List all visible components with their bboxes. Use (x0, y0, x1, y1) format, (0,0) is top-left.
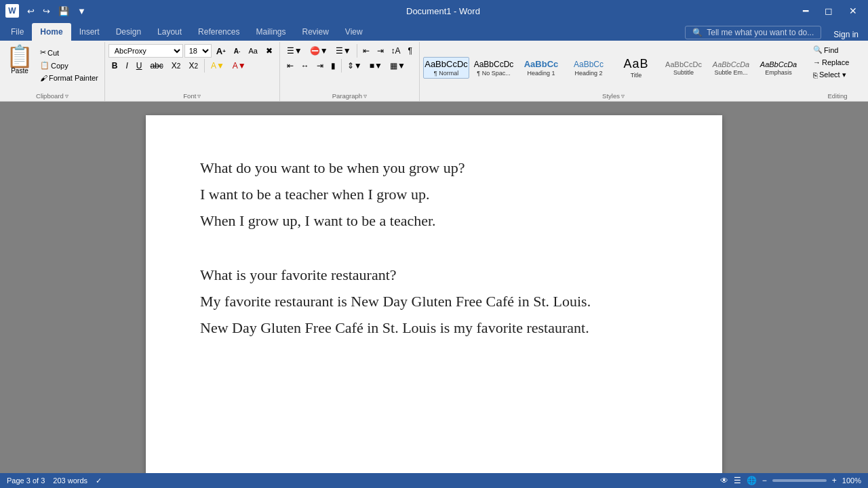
increase-indent-btn[interactable]: ⇥ (374, 44, 387, 58)
select-btn[interactable]: ⎘ Select ▾ (810, 69, 849, 81)
paste-label: Paste (11, 67, 28, 75)
superscript-btn[interactable]: X2 (185, 59, 201, 73)
style-normal[interactable]: AaBbCcDc ¶ Normal (423, 57, 469, 79)
align-right-btn[interactable]: ⇥ (313, 59, 327, 73)
find-btn[interactable]: 🔍 Find (810, 44, 841, 56)
status-bar: Page 3 of 3 203 words ✓ 👁 ☰ 🌐 − + 100% (0, 473, 868, 488)
sort-btn[interactable]: ↕A (388, 44, 404, 58)
font-row1: AbcProxy 18 A+ A- Aa ✖ (108, 44, 276, 58)
doc-line-2[interactable]: I want to be a teacher when I grow up. (200, 182, 668, 206)
save-btn[interactable]: 💾 (56, 5, 72, 18)
style-h2-label: Heading 2 (574, 70, 602, 77)
style-heading2[interactable]: AaBbCc Heading 2 (566, 58, 612, 79)
shrink-font-btn[interactable]: A- (231, 44, 244, 58)
redo-btn[interactable]: ↪ (40, 5, 53, 18)
font-family-select[interactable]: AbcProxy (108, 44, 183, 58)
tab-insert[interactable]: Insert (71, 23, 108, 41)
zoom-level: 100% (842, 476, 861, 485)
undo-btn[interactable]: ↩ (24, 5, 37, 18)
tab-review[interactable]: Review (294, 23, 336, 41)
styles-footer[interactable]: Styles ▿ (423, 92, 804, 101)
view-web-btn[interactable]: 🌐 (747, 476, 757, 485)
show-formatting-btn[interactable]: ¶ (405, 44, 416, 58)
clipboard-group: 📋 Paste ✂ Cut 📋 Copy 🖌 Format Painter (0, 42, 105, 101)
case-btn[interactable]: Aa (245, 44, 260, 58)
close-btn[interactable]: ✕ (844, 4, 863, 18)
view-read-btn[interactable]: 👁 (720, 476, 728, 485)
copy-btn[interactable]: 📋 Copy (37, 60, 101, 71)
grow-font-btn[interactable]: A+ (213, 44, 229, 58)
numbering-btn[interactable]: ⛔▼ (307, 44, 332, 58)
font-row2: B I U abc X2 X2 A▼ A▼ (108, 59, 250, 73)
style-subtitle[interactable]: AaBbCcDc Subtitle (660, 58, 707, 78)
cut-btn[interactable]: ✂ Cut (37, 47, 101, 58)
style-no-space[interactable]: AaBbCcDc ¶ No Spac... (471, 58, 517, 79)
font-size-select[interactable]: 18 (184, 44, 212, 58)
align-center-btn[interactable]: ↔ (298, 59, 313, 73)
ribbon-body: 📋 Paste ✂ Cut 📋 Copy 🖌 Format Painter (0, 41, 868, 102)
line-spacing-btn[interactable]: ⇕▼ (344, 59, 366, 73)
style-emphasis-preview: AaBbCcDa (760, 60, 797, 68)
underline-btn[interactable]: U (133, 59, 146, 73)
borders-btn[interactable]: ▦▼ (387, 59, 409, 73)
zoom-in-btn[interactable]: + (832, 476, 837, 485)
style-nospace-preview: AaBbCcDc (474, 60, 514, 69)
strikethrough-btn[interactable]: abc (146, 59, 166, 73)
format-painter-icon: 🖌 (40, 74, 47, 82)
tab-home[interactable]: Home (32, 23, 71, 41)
bullets-btn[interactable]: ☰▼ (283, 44, 306, 58)
clear-format-btn[interactable]: ✖ (262, 44, 276, 58)
shading-btn[interactable]: ■▼ (366, 59, 386, 73)
styles-group: AaBbCcDc ¶ Normal AaBbCcDc ¶ No Spac... … (420, 42, 807, 101)
font-body: AbcProxy 18 A+ A- Aa ✖ B I U abc X2 X2 A… (108, 44, 276, 92)
style-subtle-em[interactable]: AaBbCcDa Subtle Em... (708, 58, 754, 78)
text-highlight-btn[interactable]: A▼ (208, 59, 228, 73)
zoom-bar[interactable] (772, 479, 827, 482)
replace-icon: → (813, 58, 821, 66)
minimize-btn[interactable]: ━ (797, 4, 814, 18)
cut-icon: ✂ (40, 48, 46, 57)
doc-line-6[interactable]: New Day Gluten Free Café in St. Louis is… (200, 316, 668, 340)
style-normal-label: ¶ Normal (434, 70, 458, 77)
styles-expand-icon: ▿ (621, 92, 625, 100)
editing-footer[interactable]: Editing (810, 92, 865, 101)
italic-btn[interactable]: I (122, 59, 131, 73)
spell-check-icon[interactable]: ✓ (96, 476, 102, 485)
paste-btn[interactable]: 📋 Paste (3, 44, 36, 76)
decrease-indent-btn[interactable]: ⇤ (359, 44, 373, 58)
tab-references[interactable]: References (190, 23, 248, 41)
style-subtle-em-preview: AaBbCcDa (713, 60, 749, 68)
multilevel-btn[interactable]: ☰▼ (332, 44, 355, 58)
tab-file[interactable]: File (3, 23, 32, 41)
format-painter-btn[interactable]: 🖌 Format Painter (37, 73, 101, 83)
bold-btn[interactable]: B (108, 59, 121, 73)
style-emphasis[interactable]: AaBbCcDa Emphasis (755, 58, 802, 78)
doc-line-3[interactable]: When I grow up, I want to be a teacher. (200, 209, 668, 232)
customize-btn[interactable]: ▼ (75, 5, 89, 18)
clipboard-footer[interactable]: Clipboard ▿ (3, 92, 101, 101)
tab-layout[interactable]: Layout (149, 23, 190, 41)
sign-in-btn[interactable]: Sign in (827, 28, 865, 41)
font-color-btn[interactable]: A▼ (229, 59, 250, 73)
document-page[interactable]: What do you want to be when you grow up?… (146, 115, 722, 473)
doc-line-4[interactable]: What is your favorite restaurant? (200, 263, 668, 287)
style-title[interactable]: AaB Title (613, 55, 659, 81)
tab-design[interactable]: Design (108, 23, 149, 41)
doc-line-5[interactable]: My favorite restaurant is New Day Gluten… (200, 289, 668, 313)
view-print-btn[interactable]: ☰ (734, 476, 741, 485)
tab-view[interactable]: View (337, 23, 371, 41)
tab-mailings[interactable]: Mailings (248, 23, 294, 41)
align-left-btn[interactable]: ⇤ (283, 59, 297, 73)
replace-btn[interactable]: → Replace (810, 57, 852, 68)
font-footer[interactable]: Font ▿ (108, 92, 276, 101)
justify-btn[interactable]: ▮ (328, 59, 339, 73)
status-left: Page 3 of 3 203 words ✓ (7, 476, 102, 485)
doc-line-1[interactable]: What do you want to be when you grow up? (200, 156, 668, 180)
style-h2-preview: AaBbCc (574, 60, 604, 69)
subscript-btn[interactable]: X2 (168, 59, 184, 73)
ribbon-search[interactable]: 🔍 Tell me what you want to do... (685, 26, 821, 39)
restore-btn[interactable]: ◻ (819, 4, 838, 18)
zoom-out-btn[interactable]: − (762, 476, 767, 485)
style-heading1[interactable]: AaBbCc Heading 1 (518, 57, 564, 79)
paragraph-footer[interactable]: Paragraph ▿ (283, 92, 416, 101)
